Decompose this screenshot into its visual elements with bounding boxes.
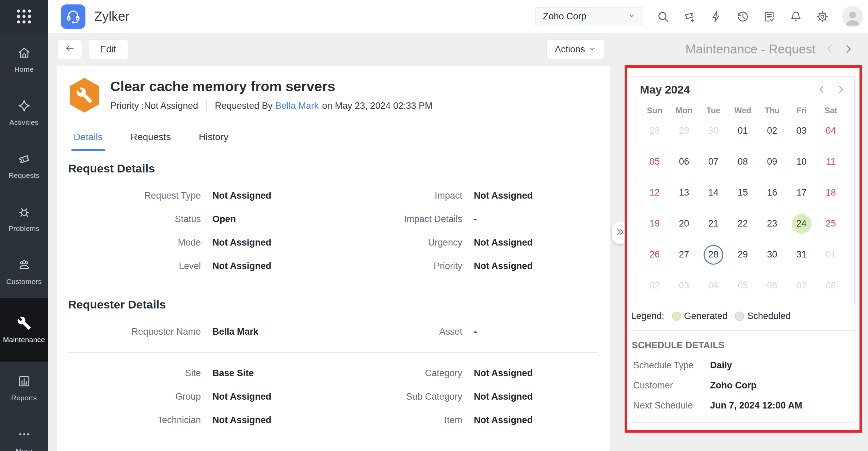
sidebar-item-activities[interactable]: Activities bbox=[0, 86, 48, 139]
sidebar-item-problems[interactable]: Problems bbox=[0, 192, 48, 245]
calendar-day[interactable]: 04 bbox=[704, 276, 723, 296]
sidebar-item-maintenance[interactable]: Maintenance bbox=[0, 298, 48, 362]
calendar-day[interactable]: 25 bbox=[821, 214, 841, 234]
calendar-day[interactable]: 17 bbox=[792, 183, 811, 203]
field-row: SiteBase Site bbox=[68, 362, 323, 385]
calendar-day[interactable]: 30 bbox=[762, 245, 782, 265]
calendar-week-row: 26272829303101 bbox=[640, 239, 846, 270]
customers-icon bbox=[17, 258, 31, 273]
sidebar-item-reports[interactable]: Reports bbox=[0, 362, 48, 415]
calendar-day[interactable]: 02 bbox=[762, 121, 782, 141]
next-record-button[interactable] bbox=[843, 44, 854, 55]
calendar-day[interactable]: 28 bbox=[645, 121, 664, 141]
tab-details[interactable]: Details bbox=[71, 127, 105, 151]
calendar-grid: 2829300102030405060708091011121314151617… bbox=[640, 115, 846, 301]
field-label: Requester Name bbox=[68, 327, 201, 337]
calendar-day[interactable]: 15 bbox=[733, 183, 753, 203]
calendar-day[interactable]: 11 bbox=[821, 152, 841, 172]
calendar-day[interactable]: 12 bbox=[645, 183, 664, 203]
weekday-label: Fri bbox=[787, 106, 816, 115]
calendar-day[interactable]: 31 bbox=[792, 245, 811, 265]
calendar-day[interactable]: 29 bbox=[733, 245, 753, 265]
field-label: Priority bbox=[343, 261, 462, 271]
calendar-day[interactable]: 21 bbox=[704, 214, 723, 234]
calendar-day[interactable]: 08 bbox=[733, 152, 753, 172]
actions-button-label: Actions bbox=[555, 44, 585, 55]
field-value: Not Assigned bbox=[474, 237, 598, 248]
calendar-day[interactable]: 13 bbox=[674, 183, 694, 203]
priority-value: Not Assigned bbox=[144, 101, 198, 111]
settings-icon[interactable] bbox=[816, 10, 829, 23]
sidebar-item-label: Maintenance bbox=[3, 336, 45, 344]
actions-button[interactable]: Actions bbox=[546, 39, 605, 59]
calendar-day[interactable]: 07 bbox=[792, 276, 811, 296]
calendar-day[interactable]: 23 bbox=[762, 214, 782, 234]
field-label: Level bbox=[68, 261, 201, 271]
record-detail-card: Clear cache memory from servers Priority… bbox=[57, 66, 610, 451]
calendar-day[interactable]: 26 bbox=[645, 245, 664, 265]
calendar-prev-button[interactable] bbox=[817, 85, 826, 95]
calendar-day[interactable]: 05 bbox=[645, 152, 664, 172]
calendar-day[interactable]: 04 bbox=[821, 121, 841, 141]
calendar-day-today[interactable]: 28 bbox=[704, 245, 723, 265]
sidebar-item-customers[interactable]: Customers bbox=[0, 245, 48, 298]
schedule-value: Daily bbox=[710, 360, 859, 371]
calendar-day[interactable]: 27 bbox=[674, 245, 694, 265]
feedback-icon[interactable] bbox=[762, 10, 776, 23]
notifications-icon[interactable] bbox=[789, 10, 803, 23]
org-selector[interactable]: Zoho Corp bbox=[535, 7, 643, 26]
calendar-day[interactable]: 08 bbox=[821, 276, 841, 296]
field-grid: Request TypeNot AssignedImpactNot Assign… bbox=[68, 184, 598, 278]
weekday-label: Mon bbox=[669, 106, 698, 115]
calendar-day[interactable]: 03 bbox=[674, 276, 694, 296]
app-launcher-button[interactable] bbox=[0, 0, 48, 33]
calendar-day[interactable]: 16 bbox=[762, 183, 782, 203]
calendar-day[interactable]: 03 bbox=[792, 121, 811, 141]
calendar-day[interactable]: 01 bbox=[821, 245, 841, 265]
calendar-day[interactable]: 05 bbox=[733, 276, 753, 296]
history-icon[interactable] bbox=[736, 10, 750, 23]
user-avatar[interactable] bbox=[842, 6, 863, 27]
sidebar-item-home[interactable]: Home bbox=[0, 33, 48, 86]
grid-icon bbox=[17, 10, 31, 23]
edit-button[interactable]: Edit bbox=[88, 39, 128, 59]
field-value: Not Assigned bbox=[212, 415, 323, 425]
calendar-day[interactable]: 07 bbox=[704, 152, 723, 172]
previous-record-button[interactable] bbox=[824, 44, 835, 55]
calendar-day[interactable]: 09 bbox=[762, 152, 782, 172]
ticket-title: Clear cache memory from servers bbox=[110, 79, 433, 95]
maintenance-hexagon-icon bbox=[68, 78, 101, 113]
tab-history[interactable]: History bbox=[197, 127, 230, 151]
calendar-day[interactable]: 18 bbox=[821, 183, 841, 203]
quick-actions-icon[interactable] bbox=[709, 10, 723, 23]
calendar-day[interactable]: 10 bbox=[792, 152, 811, 172]
calendar-day[interactable]: 19 bbox=[645, 214, 664, 234]
calendar-day[interactable]: 02 bbox=[645, 276, 664, 296]
calendar-next-button[interactable] bbox=[836, 85, 846, 95]
calendar-day[interactable]: 14 bbox=[704, 183, 723, 203]
calendar-day[interactable]: 06 bbox=[674, 152, 694, 172]
zylker-logo[interactable] bbox=[61, 4, 85, 29]
detail-sections: Request DetailsRequest TypeNot AssignedI… bbox=[68, 162, 598, 432]
calendar-day[interactable]: 29 bbox=[674, 121, 694, 141]
tab-requests[interactable]: Requests bbox=[129, 127, 173, 151]
requester-link[interactable]: Bella Mark bbox=[275, 101, 319, 111]
schedule-row: Next ScheduleJun 7, 2024 12:00 AM bbox=[633, 400, 859, 411]
back-button[interactable] bbox=[58, 39, 82, 59]
calendar-day[interactable]: 01 bbox=[733, 121, 753, 141]
sidebar-item-requests[interactable]: Requests bbox=[0, 139, 48, 192]
field-value: Not Assigned bbox=[212, 190, 323, 201]
schedule-value: Jun 7, 2024 12:00 AM bbox=[710, 400, 859, 411]
calendar-day[interactable]: 06 bbox=[762, 276, 782, 296]
calendar-day-generated[interactable]: 24 bbox=[792, 214, 811, 234]
schedule-row: Schedule TypeDaily bbox=[633, 360, 859, 371]
panel-divider bbox=[631, 422, 855, 423]
calendar-day[interactable]: 30 bbox=[704, 121, 723, 141]
calendar-day[interactable]: 22 bbox=[733, 214, 753, 234]
search-icon[interactable] bbox=[656, 10, 670, 23]
calendar-day[interactable]: 20 bbox=[674, 214, 694, 234]
ticket-add-icon[interactable] bbox=[683, 10, 696, 23]
sidebar-item-more[interactable]: More bbox=[0, 415, 48, 451]
field-label: Item bbox=[343, 415, 462, 425]
field-label: Status bbox=[68, 214, 201, 224]
